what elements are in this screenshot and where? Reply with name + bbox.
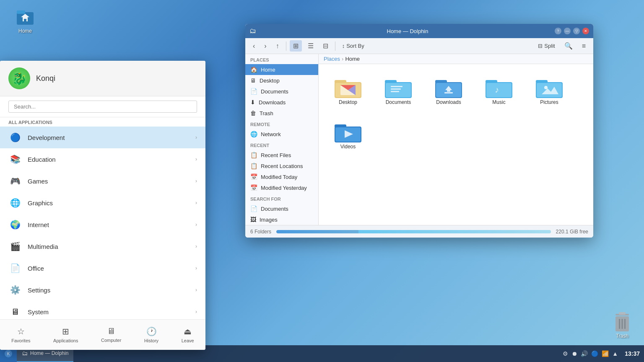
downloads-file-label: Downloads — [436, 99, 461, 105]
toolbar-right: ⊟ Split 🔍 ≡ — [535, 40, 589, 52]
dolphin-main: Places › Home — [319, 54, 593, 225]
places-label: Places — [245, 54, 318, 64]
menu-button[interactable]: ≡ — [579, 40, 589, 52]
desktop-trash[interactable]: Trash — [613, 311, 631, 339]
file-item-documents[interactable]: Documents — [377, 72, 419, 109]
tray-expand-icon[interactable]: ▲ — [612, 350, 618, 357]
leave-icon: ⏏ — [184, 326, 192, 336]
file-item-downloads[interactable]: Downloads — [428, 72, 470, 109]
search-input[interactable] — [8, 101, 197, 113]
close-button[interactable]: ✕ — [582, 28, 589, 34]
remote-label: Remote — [245, 119, 318, 129]
menu-item-settings[interactable]: ⚙️ Settings › — [0, 279, 205, 301]
sidebar-item-search-images[interactable]: 🖼 Images — [245, 214, 318, 225]
sidebar-item-trash[interactable]: 🗑 Trash — [245, 108, 318, 119]
menu-item-development[interactable]: 🔵 Development › — [0, 127, 205, 148]
menu-item-graphics[interactable]: 🌐 Graphics › — [0, 192, 205, 214]
recent-locations-icon: 📋 — [250, 163, 257, 169]
office-arrow: › — [195, 265, 197, 271]
sidebar-item-modified-yesterday[interactable]: 📅 Modified Yesterday — [245, 182, 318, 193]
svg-rect-15 — [386, 83, 411, 97]
dolphin-titlebar: 🗂 Home — Dolphin ? — ▽ ✕ — [245, 24, 593, 38]
applications-button[interactable]: ⊞ Applications — [47, 324, 84, 346]
pictures-file-label: Pictures — [540, 99, 558, 105]
documents-sidebar-icon: 📄 — [250, 88, 257, 95]
back-button[interactable]: ‹ — [249, 41, 258, 52]
app-menu-footer: ☆ Favorites ⊞ Applications 🖥 Computer 🕐 … — [0, 319, 205, 350]
tray-settings-icon[interactable]: ⚙ — [563, 350, 568, 357]
help-button[interactable]: ? — [555, 28, 561, 34]
sidebar-item-search-documents[interactable]: 📄 Documents — [245, 203, 318, 214]
sidebar-item-desktop[interactable]: 🖥 Desktop — [245, 75, 318, 86]
menu-item-multimedia[interactable]: 🎬 Multimedia › — [0, 235, 205, 257]
file-item-videos[interactable]: Videos — [327, 117, 369, 153]
system-icon: 🖥 — [8, 305, 22, 318]
icon-view-button[interactable]: ⊞ — [290, 40, 302, 52]
minimize-button[interactable]: — — [564, 28, 571, 34]
split-button[interactable]: ⊟ Split — [535, 40, 558, 52]
split-icon: ⊟ — [538, 43, 543, 49]
documents-file-label: Documents — [386, 99, 411, 105]
graphics-arrow: › — [195, 200, 197, 206]
computer-button[interactable]: 🖥 Computer — [95, 324, 127, 346]
file-item-music[interactable]: ♪ Music — [478, 72, 520, 109]
sidebar-item-recent-files[interactable]: 📋 Recent Files — [245, 150, 318, 160]
leave-button[interactable]: ⏏ Leave — [176, 324, 200, 346]
menu-item-education[interactable]: 📚 Education › — [0, 148, 205, 170]
dolphin-app-icon: 🗂 — [249, 27, 256, 35]
sort-button[interactable]: ↕ Sort By — [339, 41, 368, 51]
sidebar-item-modified-today[interactable]: 📅 Modified Today — [245, 171, 318, 182]
forward-button[interactable]: › — [261, 41, 270, 52]
tray-volume-icon[interactable]: 🔊 — [581, 350, 588, 357]
menu-item-internet[interactable]: 🌍 Internet › — [0, 214, 205, 235]
development-arrow: › — [195, 134, 197, 140]
column-view-button[interactable]: ⊟ — [319, 40, 332, 52]
disk-usage-bar — [276, 230, 551, 233]
system-arrow: › — [195, 309, 197, 315]
development-label: Development — [28, 134, 195, 141]
svg-rect-16 — [391, 86, 402, 87]
desktop-sidebar-label: Desktop — [260, 78, 280, 84]
svg-rect-42 — [622, 319, 623, 329]
sidebar-item-downloads[interactable]: ⬇ Downloads — [245, 97, 318, 108]
svg-text:K: K — [7, 352, 10, 356]
tray-record-icon[interactable]: ⏺ — [571, 350, 577, 357]
menu-item-system[interactable]: 🖥 System › — [0, 301, 205, 319]
history-button[interactable]: 🕐 History — [138, 324, 164, 346]
sidebar-item-documents[interactable]: 📄 Documents — [245, 86, 318, 97]
downloads-sidebar-label: Downloads — [259, 99, 286, 106]
breadcrumb: Places › Home — [319, 54, 593, 64]
search-button[interactable]: 🔍 — [561, 40, 576, 52]
recent-files-icon: 📋 — [250, 152, 257, 158]
search-for-label: Search For — [245, 193, 318, 203]
sidebar-item-network[interactable]: 🌐 Network — [245, 129, 318, 140]
window-controls: ? — ▽ ✕ — [555, 28, 589, 34]
dolphin-sidebar: Places 🏠 Home 🖥 Desktop 📄 Documents ⬇ Do… — [245, 54, 319, 225]
desktop: Home 🐉 Konqi All Applications 🔵 Developm… — [0, 0, 644, 362]
maximize-button[interactable]: ▽ — [573, 28, 580, 34]
file-item-pictures[interactable]: Pictures — [528, 72, 570, 109]
menu-item-office[interactable]: 📄 Office › — [0, 257, 205, 279]
favorites-button[interactable]: ☆ Favorites — [5, 324, 36, 346]
desktop-home-icon[interactable]: Home — [8, 6, 42, 34]
favorites-icon: ☆ — [17, 326, 25, 336]
up-button[interactable]: ↑ — [273, 41, 283, 52]
recent-files-label: Recent Files — [261, 152, 291, 158]
tray-bluetooth-icon[interactable]: 🔵 — [591, 350, 598, 357]
breadcrumb-places[interactable]: Places — [324, 56, 340, 62]
internet-icon: 🌍 — [8, 218, 22, 231]
disk-free-label: 220.1 GiB free — [556, 229, 588, 235]
file-grid: Desktop Documents — [319, 64, 593, 225]
history-label: History — [144, 338, 158, 343]
file-item-desktop[interactable]: Desktop — [327, 72, 369, 109]
network-sidebar-label: Network — [261, 131, 281, 137]
detail-view-button[interactable]: ☰ — [304, 40, 317, 52]
games-label: Games — [28, 178, 195, 185]
sidebar-item-home[interactable]: 🏠 Home — [245, 64, 318, 75]
music-file-label: Music — [492, 99, 505, 105]
tray-network-icon[interactable]: 📶 — [602, 350, 609, 357]
dolphin-statusbar: 6 Folders 220.1 GiB free — [245, 225, 593, 238]
menu-item-games[interactable]: 🎮 Games › — [0, 170, 205, 192]
education-label: Education — [28, 156, 195, 163]
sidebar-item-recent-locations[interactable]: 📋 Recent Locations — [245, 160, 318, 171]
